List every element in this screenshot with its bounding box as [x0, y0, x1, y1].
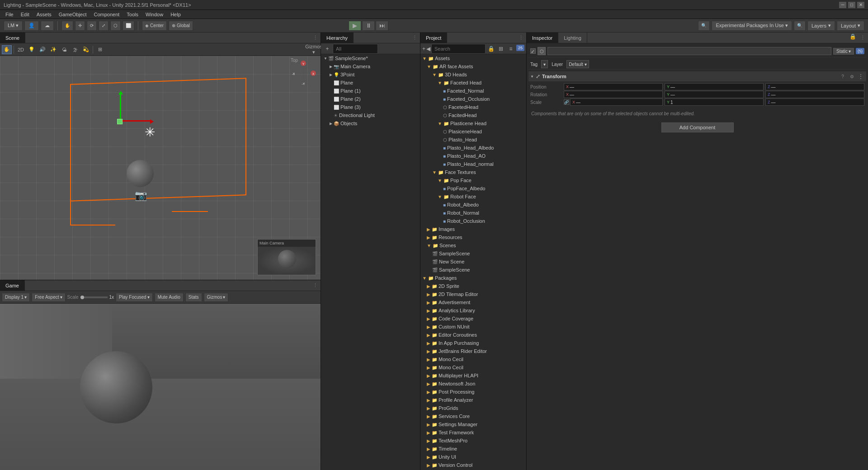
hierarchy-item-plane1[interactable]: ⬜ Plane (1)	[321, 87, 420, 95]
transform-component-header[interactable]: ▼ ⤢ Transform ? ⚙ ⋮	[528, 71, 866, 81]
search-button[interactable]: 🔍	[698, 21, 710, 31]
scene-gizmos-button[interactable]: Gizmos ▾	[309, 45, 319, 54]
mute-audio-button[interactable]: Mute Audio	[155, 293, 184, 302]
project-item-coverage[interactable]: ▶ 📁 Code Coverage	[420, 315, 526, 323]
cloud-icon-button[interactable]: ☁	[41, 21, 54, 31]
tab-scene[interactable]: Scene	[0, 33, 25, 43]
move-tool-button[interactable]: ✛	[75, 21, 85, 31]
hierarchy-search-input[interactable]	[333, 44, 378, 54]
step-button[interactable]: ⏭	[376, 21, 388, 31]
tab-game[interactable]: Game	[0, 280, 25, 291]
project-item-testframework[interactable]: ▶ 📁 Test Framework	[420, 428, 526, 437]
scene-view[interactable]: ✳ 📷	[0, 56, 321, 280]
active-toggle[interactable]: ✓	[530, 48, 536, 54]
project-item-popface[interactable]: ▼ 📁 Pop Face	[420, 176, 526, 184]
project-item-robot-albedo[interactable]: ■ Robot_Albedo	[420, 201, 526, 209]
scene-hand-tool[interactable]: ✋	[2, 45, 12, 54]
project-item-advertisement[interactable]: ▶ 📁 Advertisement	[420, 298, 526, 306]
tab-hierarchy[interactable]: Hierarchy	[321, 33, 354, 43]
project-item-scenes[interactable]: ▼ 📁 Scenes	[420, 241, 526, 249]
project-item-plasticene[interactable]: ▼ 📁 Plasticene Head	[420, 119, 526, 127]
tab-project[interactable]: Project	[420, 33, 447, 43]
play-button[interactable]: ▶	[349, 21, 361, 31]
project-item-facetedhead[interactable]: ▼ 📁 Faceted Head	[420, 79, 526, 87]
add-component-button[interactable]: Add Component	[661, 122, 734, 132]
project-item-assets[interactable]: ▼ 📁 Assets	[420, 54, 526, 62]
tag-dropdown[interactable]: ▾	[541, 60, 548, 68]
cloud-search-button[interactable]: 🔍	[794, 21, 806, 31]
game-aspect-dropdown[interactable]: Free Aspect ▾	[32, 293, 65, 302]
object-name-field[interactable]	[547, 47, 831, 55]
project-item-packages[interactable]: ▼ 📁 Packages	[420, 274, 526, 282]
project-item-customnunit[interactable]: ▶ 📁 Custom NUnit	[420, 323, 526, 331]
scene-fx-toggle[interactable]: ✨	[48, 45, 58, 54]
scene-fog-toggle[interactable]: 🌫	[70, 45, 80, 54]
project-back-button[interactable]: ◀	[426, 45, 430, 53]
position-x-field[interactable]: X—	[564, 83, 663, 90]
project-item-profileanalyzer[interactable]: ▶ 📁 Profile Analyzer	[420, 396, 526, 404]
account-icon-button[interactable]: 👤	[24, 21, 39, 31]
layers-dropdown[interactable]: Layers ▾	[807, 21, 835, 31]
rotation-z-field[interactable]: Z—	[765, 91, 864, 98]
rotation-x-field[interactable]: X—	[564, 91, 663, 98]
project-item-2dsprite[interactable]: ▶ 📁 2D Sprite	[420, 282, 526, 290]
global-toggle-button[interactable]: ⊕ Global	[169, 21, 193, 31]
project-item-inapp[interactable]: ▶ 📁 In App Purchasing	[420, 339, 526, 347]
transform-settings-button[interactable]: ⚙	[848, 73, 855, 80]
project-item-images[interactable]: ▶ 📁 Images	[420, 225, 526, 233]
scale-x-field[interactable]: X—	[570, 99, 663, 106]
position-y-field[interactable]: Y—	[665, 83, 764, 90]
project-item-newscene[interactable]: 🎬 New Scene	[420, 258, 526, 266]
scene-2d-toggle[interactable]: 2D	[16, 45, 26, 54]
menu-gameobject[interactable]: GameObject	[55, 11, 90, 18]
close-button[interactable]: ✕	[857, 2, 864, 8]
project-item-plasicenehead[interactable]: ⬡ PlasiceneHead	[420, 127, 526, 136]
project-item-facitedhead[interactable]: ⬡ FacitedHead	[420, 111, 526, 119]
minimize-button[interactable]: ─	[839, 2, 846, 8]
static-dropdown[interactable]: Static ▾	[833, 48, 854, 55]
project-item-3dheads[interactable]: ▼ 📁 3D Heads	[420, 70, 526, 79]
hierarchy-item-samplescene[interactable]: ▼ 🎬 SampleScene*	[321, 54, 420, 62]
scene-audio-toggle[interactable]: 🔊	[38, 45, 47, 54]
project-item-servicescore[interactable]: ▶ 📁 Services Core	[420, 412, 526, 420]
project-item-settingsmgr[interactable]: ▶ 📁 Settings Manager	[420, 420, 526, 428]
menu-help[interactable]: Help	[167, 11, 184, 18]
scene-lighting-toggle[interactable]: 💡	[27, 45, 37, 54]
rotate-tool-button[interactable]: ⟳	[87, 21, 97, 31]
project-item-multiplayer[interactable]: ▶ 📁 Multiplayer HLAPI	[420, 371, 526, 380]
menu-assets[interactable]: Assets	[33, 11, 55, 18]
menu-tools[interactable]: Tools	[123, 11, 142, 18]
menu-window[interactable]: Window	[142, 11, 167, 18]
project-item-editorcoroutines[interactable]: ▶ 📁 Editor Coroutines	[420, 331, 526, 339]
project-item-tilemap[interactable]: ▶ 📁 2D Tilemap Editor	[420, 290, 526, 298]
project-item-robot-normal[interactable]: ■ Robot_Normal	[420, 209, 526, 217]
scene-grid-layout-btn[interactable]: ⊞	[95, 45, 105, 54]
project-item-timeline[interactable]: ▶ 📁 Timeline	[420, 445, 526, 453]
play-focused-dropdown[interactable]: Play Focused ▾	[116, 293, 153, 302]
project-list-view-button[interactable]: ≡	[506, 45, 515, 53]
scale-lock-button[interactable]: 🔗	[564, 99, 569, 105]
project-item-resources[interactable]: ▶ 📁 Resources	[420, 233, 526, 241]
hierarchy-item-maincamera[interactable]: ▶ 📷 Main Camera	[321, 62, 420, 70]
layer-dropdown[interactable]: Default ▾	[566, 60, 589, 68]
scene-particles-toggle[interactable]: 💫	[81, 45, 91, 54]
menu-file[interactable]: File	[2, 11, 17, 18]
project-item-plasto-ao[interactable]: ■ Plasto_Head_AO	[420, 152, 526, 160]
project-item-plastohead[interactable]: ⬡ Plasto_Head	[420, 136, 526, 144]
game-gizmos-button[interactable]: Gizmos ▾	[204, 293, 229, 302]
transform-help-button[interactable]: ?	[839, 73, 846, 80]
project-item-samplescene2[interactable]: 🎬 SampleScene	[420, 266, 526, 274]
transform-tool-button[interactable]: ⬜	[123, 21, 134, 31]
game-display-dropdown[interactable]: Display 1 ▾	[2, 293, 30, 302]
project-item-robot-occlusion[interactable]: ■ Robot_Occlusion	[420, 217, 526, 225]
pivot-toggle-button[interactable]: ◈ Center	[142, 21, 167, 31]
scene-nav-gizmo[interactable]: Y X -Y -X	[290, 60, 317, 87]
scale-slider[interactable]	[80, 296, 108, 298]
hierarchy-item-dirlight[interactable]: ☀ Directional Light	[321, 111, 420, 119]
project-item-popface-albedo[interactable]: ■ PopFace_Albedo	[420, 184, 526, 193]
hand-tool-button[interactable]: ✋	[61, 21, 73, 31]
menu-component[interactable]: Component	[90, 11, 123, 18]
project-item-plasto-albedo[interactable]: ■ Plasto_Head_Albedo	[420, 144, 526, 152]
game-panel-menu-button[interactable]: ⋮	[310, 280, 321, 291]
transform-menu-button[interactable]: ⋮	[857, 73, 864, 80]
